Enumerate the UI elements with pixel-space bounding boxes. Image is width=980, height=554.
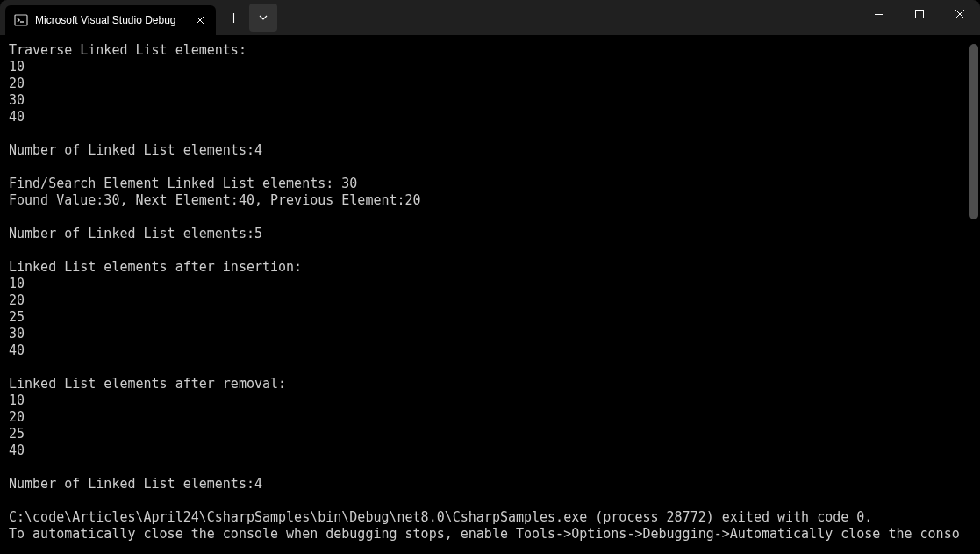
dropdown-button[interactable] — [249, 4, 277, 32]
tab[interactable]: Microsoft Visual Studio Debug — [5, 5, 216, 35]
maximize-button[interactable] — [899, 0, 940, 28]
titlebar: Microsoft Visual Studio Debug — [0, 0, 980, 35]
console-output: Traverse Linked List elements: 10 20 30 … — [0, 35, 980, 550]
svg-rect-1 — [916, 11, 924, 18]
minimize-button[interactable] — [859, 0, 899, 28]
terminal-icon — [14, 13, 28, 27]
svg-rect-0 — [15, 15, 27, 25]
new-tab-button[interactable] — [219, 4, 247, 32]
tab-title: Microsoft Visual Studio Debug — [35, 14, 190, 26]
close-button[interactable] — [940, 0, 980, 28]
tab-close-button[interactable] — [193, 13, 207, 27]
scrollbar[interactable] — [969, 44, 978, 219]
window-controls — [859, 0, 980, 28]
